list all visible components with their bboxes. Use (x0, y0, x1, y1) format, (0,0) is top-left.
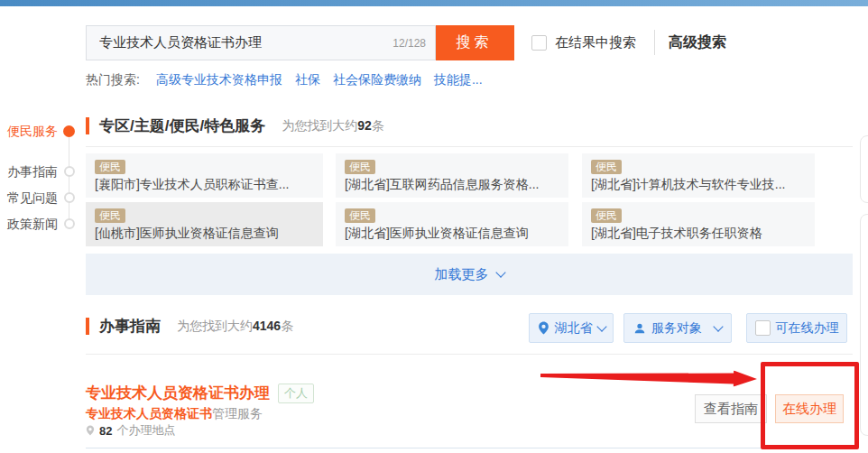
search-in-results-toggle[interactable]: 在结果中搜索 (531, 25, 636, 60)
service-card-title: [湖北省]电子技术职务任职资格 (591, 226, 806, 242)
audience-filter-value: 服务对象 (651, 320, 702, 337)
guides-section-header: 办事指南 为您找到大约4146条 (86, 316, 293, 337)
section-divider (86, 146, 853, 147)
service-card[interactable]: 便民 [湖北省]互联网药品信息服务资格... (336, 153, 568, 198)
bottom-divider (86, 448, 853, 448)
section-accent-bar (86, 318, 89, 335)
hot-search-row: 热门搜索: 高级专业技术资格申报 社保 社会保险费缴纳 技能提... (86, 72, 495, 88)
search-query-text: 专业技术人员资格证书办理 (99, 34, 392, 51)
checkbox-icon[interactable] (531, 35, 547, 51)
sidebar-item-news[interactable]: 政策新闻 (7, 217, 58, 233)
service-card-title: [湖北省]医师执业资格证信息查询 (345, 226, 559, 242)
hot-search-link[interactable]: 技能提... (434, 72, 483, 88)
locations-count: 82 (99, 424, 112, 438)
convenience-badge: 便民 (95, 208, 125, 223)
convenience-badge: 便民 (95, 160, 125, 174)
convenience-badge: 便民 (345, 160, 375, 174)
online-only-label: 可在线办理 (776, 320, 839, 337)
service-card-title: [湖北省]互联网药品信息服务资格... (345, 177, 559, 193)
location-pin-icon (538, 321, 549, 335)
region-filter-value: 湖北省 (555, 320, 593, 337)
sidebar-item-faq[interactable]: 常见问题 (7, 190, 58, 207)
hot-search-label: 热门搜索: (86, 72, 140, 88)
top-accent-bar (0, 0, 868, 6)
hollow-dot-icon (64, 192, 75, 203)
online-handle-button[interactable]: 在线办理 (775, 394, 844, 423)
hot-search-link[interactable]: 社保 (295, 72, 320, 88)
view-guide-button[interactable]: 查看指南 (695, 394, 767, 423)
hollow-dot-icon (64, 166, 75, 177)
guides-result-count: 为您找到大约4146条 (177, 319, 293, 335)
subtitle-highlight: 专业技术人员资格证书 (86, 406, 212, 421)
char-counter: 12/128 (392, 37, 426, 50)
audience-filter-dropdown[interactable]: 服务对象 (623, 313, 732, 343)
service-card[interactable]: 便民 [湖北省]计算机技术与软件专业技... (582, 153, 815, 198)
annotation-arrow-icon (540, 367, 757, 387)
service-card[interactable]: 便民 [仙桃市]医师执业资格证信息查询 (86, 202, 323, 246)
floating-panel-edge (860, 135, 868, 203)
result-title-text: 专业技术人员资格证书办理 (86, 383, 270, 403)
result-title[interactable]: 专业技术人员资格证书办理 个人 (86, 383, 314, 403)
result-subtitle: 专业技术人员资格证书管理服务 (86, 406, 263, 422)
search-in-results-label: 在结果中搜索 (555, 34, 636, 51)
vertical-divider (654, 30, 655, 55)
gov-search-results-page: 专业技术人员资格证书办理 12/128 搜索 在结果中搜索 高级搜索 热门搜索:… (0, 0, 868, 453)
person-icon (633, 322, 646, 335)
floating-panel-edge (860, 214, 868, 436)
result-locations: 82 个办理地点 (86, 422, 175, 439)
service-card[interactable]: 便民 [湖北省]电子技术职务任职资格 (582, 202, 815, 246)
online-only-filter[interactable]: 可在线办理 (746, 313, 847, 343)
convenience-badge: 便民 (345, 208, 375, 223)
hot-search-link[interactable]: 社会保险费缴纳 (333, 72, 421, 88)
section-accent-bar (86, 117, 89, 134)
guides-section-title: 办事指南 (99, 316, 161, 337)
service-card-title: [仙桃市]医师执业资格证信息查询 (95, 226, 314, 242)
sidebar-item-guides[interactable]: 办事指南 (7, 164, 58, 180)
chevron-down-icon (596, 321, 606, 331)
search-button[interactable]: 搜索 (436, 25, 514, 60)
load-more-label: 加载更多 (435, 266, 489, 283)
hot-search-link[interactable]: 高级专业技术资格申报 (156, 72, 282, 88)
services-section-title: 专区/主题/便民/特色服务 (99, 116, 265, 136)
chevron-down-icon (495, 267, 505, 277)
convenience-badge: 便民 (591, 160, 622, 174)
search-input[interactable]: 专业技术人员资格证书办理 12/128 (86, 25, 436, 60)
section-divider (86, 354, 853, 355)
locations-suffix: 个办理地点 (116, 422, 175, 439)
subtitle-rest: 管理服务 (212, 406, 263, 421)
service-card-title: [襄阳市]专业技术人员职称证书查... (95, 177, 314, 193)
checkbox-icon[interactable] (755, 320, 771, 336)
service-card-title: [湖北省]计算机技术与软件专业技... (591, 177, 806, 193)
service-card[interactable]: 便民 [襄阳市]专业技术人员职称证书查... (86, 153, 323, 198)
services-section-header: 专区/主题/便民/特色服务 为您找到大约92条 (86, 116, 384, 136)
active-dot-icon (63, 125, 75, 137)
hollow-dot-icon (64, 218, 75, 229)
services-result-count: 为您找到大约92条 (282, 118, 384, 134)
personal-tag: 个人 (278, 384, 314, 403)
location-pin-icon (86, 425, 95, 436)
chevron-down-icon (713, 321, 723, 331)
convenience-badge: 便民 (591, 208, 622, 223)
service-card[interactable]: 便民 [湖北省]医师执业资格证信息查询 (336, 202, 568, 246)
advanced-search-link[interactable]: 高级搜索 (669, 33, 726, 52)
region-filter-dropdown[interactable]: 湖北省 (529, 313, 614, 343)
load-more-button[interactable]: 加载更多 (86, 254, 853, 295)
sidebar-connector-line (69, 133, 69, 226)
sidebar-item-convenience[interactable]: 便民服务 (7, 124, 58, 140)
